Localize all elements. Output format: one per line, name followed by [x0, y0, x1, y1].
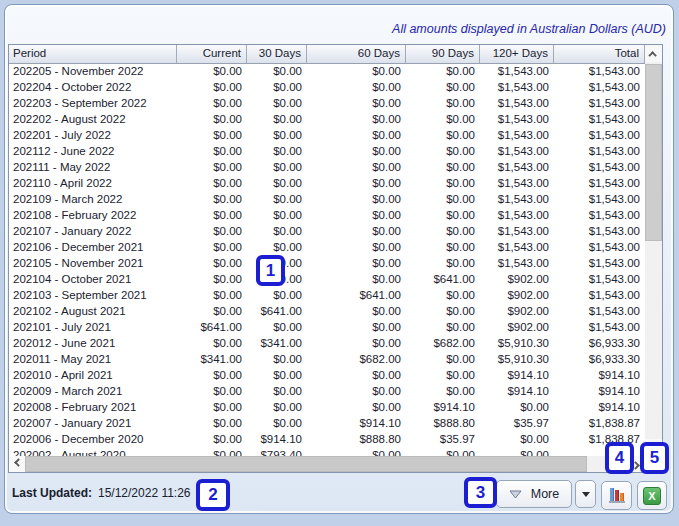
amount-cell: $1,543.00 [480, 128, 554, 144]
table-row[interactable]: 202011 - May 2021$341.00$0.00$682.00$0.0… [9, 352, 645, 368]
amount-cell: $888.80 [406, 416, 480, 432]
amount-cell: $0.00 [307, 448, 406, 456]
amount-cell: $35.97 [480, 416, 554, 432]
table-row[interactable]: 202112 - June 2022$0.00$0.00$0.00$0.00$1… [9, 144, 645, 160]
amount-cell: $0.00 [406, 176, 480, 192]
amount-cell: $914.10 [480, 368, 554, 384]
table-header: PeriodCurrent30 Days60 Days90 Days120+ D… [9, 45, 645, 64]
amount-cell: $641.00 [406, 272, 480, 288]
amount-cell: $0.00 [177, 448, 247, 456]
amount-cell: $914.10 [406, 400, 480, 416]
amount-cell: $0.00 [177, 112, 247, 128]
amount-cell: $1,543.00 [554, 208, 645, 224]
amount-cell: $0.00 [307, 128, 406, 144]
amount-cell: $35.97 [406, 432, 480, 448]
amount-cell: $0.00 [406, 112, 480, 128]
amount-cell: $1,543.00 [554, 96, 645, 112]
amount-cell: $0.00 [406, 352, 480, 368]
more-button-label: More [531, 487, 559, 501]
amount-cell: $1,543.00 [554, 176, 645, 192]
amount-cell: $0.00 [406, 224, 480, 240]
table-row[interactable]: 202104 - October 2021$0.00$0.00$0.00$641… [9, 272, 645, 288]
amount-cell: $641.00 [307, 288, 406, 304]
table-row[interactable]: 202012 - June 2021$0.00$341.00$0.00$682.… [9, 336, 645, 352]
amount-cell: $682.00 [406, 336, 480, 352]
vertical-scrollbar-thumb[interactable] [645, 64, 662, 241]
table-row[interactable]: 202101 - July 2021$641.00$0.00$0.00$0.00… [9, 320, 645, 336]
table-row[interactable]: 202111 - May 2022$0.00$0.00$0.00$0.00$1,… [9, 160, 645, 176]
amount-cell: $0.00 [177, 224, 247, 240]
amount-cell: $0.00 [177, 288, 247, 304]
analyse-chart-button[interactable] [601, 481, 632, 510]
amount-cell: $1,543.00 [554, 112, 645, 128]
column-header: Period [9, 45, 177, 63]
period-cell: 202010 - April 2021 [9, 368, 177, 384]
amount-cell: $914.10 [554, 400, 645, 416]
table-body: 202205 - November 2022$0.00$0.00$0.00$0.… [9, 64, 645, 456]
table-row[interactable]: 202204 - October 2022$0.00$0.00$0.00$0.0… [9, 80, 645, 96]
vertical-scrollbar[interactable] [645, 45, 662, 456]
scroll-left-button[interactable] [9, 456, 25, 472]
period-cell: 202103 - September 2021 [9, 288, 177, 304]
annotation-marker-1: 1 [256, 255, 285, 286]
amount-cell: $0.00 [177, 208, 247, 224]
period-cell: 202202 - August 2022 [9, 112, 177, 128]
amount-cell: $1,543.00 [480, 176, 554, 192]
aging-table: PeriodCurrent30 Days60 Days90 Days120+ D… [8, 44, 663, 473]
app-window: All amounts displayed in Australian Doll… [0, 0, 679, 526]
amount-cell: $1,543.00 [554, 224, 645, 240]
amount-cell: $0.00 [177, 96, 247, 112]
table-row[interactable]: 202201 - July 2022$0.00$0.00$0.00$0.00$1… [9, 128, 645, 144]
table-row[interactable]: 202007 - January 2021$0.00$0.00$914.10$8… [9, 416, 645, 432]
table-row[interactable]: 202205 - November 2022$0.00$0.00$0.00$0.… [9, 64, 645, 80]
scroll-up-button[interactable] [645, 45, 662, 62]
horizontal-scrollbar[interactable] [9, 456, 645, 472]
table-row[interactable]: 202106 - December 2021$0.00$0.00$0.00$0.… [9, 240, 645, 256]
table-row[interactable]: 202110 - April 2022$0.00$0.00$0.00$0.00$… [9, 176, 645, 192]
table-row[interactable]: 202102 - August 2021$0.00$641.00$0.00$0.… [9, 304, 645, 320]
amount-cell: $1,543.00 [480, 240, 554, 256]
table-row[interactable]: 202009 - March 2021$0.00$0.00$0.00$0.00$… [9, 384, 645, 400]
table-row[interactable]: 202002 - August 2020$0.00$793.40$0.00$0.… [9, 448, 645, 456]
amount-cell: $0.00 [406, 240, 480, 256]
column-header: 60 Days [307, 45, 406, 63]
table-row[interactable]: 202006 - December 2020$0.00$914.10$888.8… [9, 432, 645, 448]
amount-cell: $0.00 [177, 272, 247, 288]
amount-cell: $1,543.00 [554, 320, 645, 336]
table-row[interactable]: 202202 - August 2022$0.00$0.00$0.00$0.00… [9, 112, 645, 128]
table-row[interactable]: 202203 - September 2022$0.00$0.00$0.00$0… [9, 96, 645, 112]
column-header: 120+ Days [480, 45, 554, 63]
amount-cell: $0.00 [307, 368, 406, 384]
amount-cell: $914.10 [307, 416, 406, 432]
more-dropdown-button[interactable] [575, 480, 596, 508]
excel-icon: X [643, 487, 661, 505]
horizontal-scrollbar-thumb[interactable] [25, 456, 587, 472]
amount-cell: $1,543.00 [554, 128, 645, 144]
amount-cell: $341.00 [247, 336, 307, 352]
table-row[interactable]: 202008 - February 2021$0.00$0.00$0.00$91… [9, 400, 645, 416]
table-row[interactable]: 202107 - January 2022$0.00$0.00$0.00$0.0… [9, 224, 645, 240]
table-row[interactable]: 202103 - September 2021$0.00$0.00$641.00… [9, 288, 645, 304]
table-row[interactable]: 202105 - November 2021$0.00$0.00$0.00$0.… [9, 256, 645, 272]
period-cell: 202009 - March 2021 [9, 384, 177, 400]
more-button[interactable]: More [496, 480, 572, 508]
amount-cell: $0.00 [307, 80, 406, 96]
amount-cell: $0.00 [307, 64, 406, 80]
amount-cell: $914.10 [554, 384, 645, 400]
amount-cell: $0.00 [177, 432, 247, 448]
amount-cell: $0.00 [177, 192, 247, 208]
amount-cell: $6,933.30 [554, 352, 645, 368]
amount-cell: $1,543.00 [480, 192, 554, 208]
column-header: Current [177, 45, 247, 63]
amount-cell: $793.40 [247, 448, 307, 456]
amount-cell: $0.00 [247, 160, 307, 176]
table-row[interactable]: 202010 - April 2021$0.00$0.00$0.00$0.00$… [9, 368, 645, 384]
amount-cell: $0.00 [406, 304, 480, 320]
period-cell: 202110 - April 2022 [9, 176, 177, 192]
table-row[interactable]: 202108 - February 2022$0.00$0.00$0.00$0.… [9, 208, 645, 224]
amount-cell: $0.00 [177, 176, 247, 192]
amount-cell: $0.00 [247, 368, 307, 384]
export-excel-button[interactable]: X [637, 481, 667, 510]
table-row[interactable]: 202109 - March 2022$0.00$0.00$0.00$0.00$… [9, 192, 645, 208]
amount-cell: $0.00 [480, 448, 554, 456]
